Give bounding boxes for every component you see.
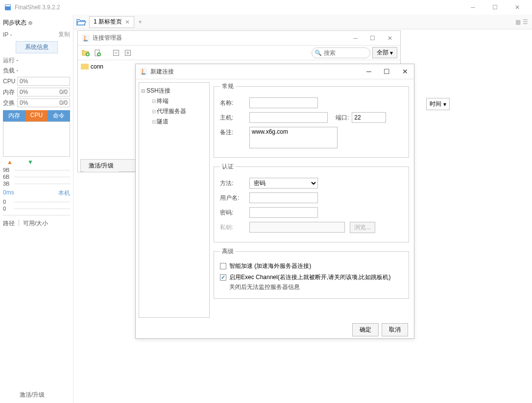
sidebar: 同步状态 IP - 复制 系统信息 运行 - 负载 - CPU 0% 内存 0%… xyxy=(0,15,73,403)
ip-row: IP - 复制 xyxy=(3,29,70,40)
tree-ssh-root[interactable]: ⊟ SSH连接 xyxy=(141,86,207,96)
nc-close-button[interactable]: ✕ xyxy=(402,68,408,75)
close-button[interactable]: ✕ xyxy=(506,0,528,15)
download-arrow-icon: ▼ xyxy=(27,159,33,166)
general-legend: 常规 xyxy=(220,82,236,91)
cm-minimize-button[interactable]: ─ xyxy=(353,35,358,42)
tree-branch-icon: ⊟ xyxy=(152,119,155,124)
new-item-icon[interactable] xyxy=(93,48,102,58)
java-icon xyxy=(82,34,90,42)
svg-rect-1 xyxy=(5,5,10,6)
tab-close-icon[interactable]: ✕ xyxy=(125,19,130,25)
metric-tabs: 内存 CPU 命令 xyxy=(3,110,70,121)
cancel-button[interactable]: 取消 xyxy=(382,323,408,336)
exec-channel-note: 关闭后无法监控服务器信息 xyxy=(220,283,403,291)
run-status: 运行 - xyxy=(3,55,70,66)
exec-channel-checkbox[interactable] xyxy=(220,274,226,281)
status-dot-icon xyxy=(28,21,32,25)
grid-view-icon[interactable]: ▦ xyxy=(515,19,521,25)
cpu-label: CPU xyxy=(3,78,16,85)
java-icon xyxy=(140,68,147,75)
zero-1: 0 xyxy=(3,206,15,212)
tab-add-button[interactable]: + xyxy=(134,19,146,25)
chart-gridline xyxy=(15,170,70,170)
mem-value: 0% xyxy=(20,89,28,95)
mem-right: 0/0 xyxy=(59,89,68,95)
tree-proxy[interactable]: ⊟ 代理服务器 xyxy=(141,106,207,117)
tab-cpu[interactable]: CPU xyxy=(25,110,48,121)
filter-all-button[interactable]: 全部 ▾ xyxy=(372,47,397,58)
key-label: 私钥: xyxy=(220,222,249,232)
search-icon: 🔍 xyxy=(314,49,322,56)
tab-label: 1 新标签页 xyxy=(94,18,122,26)
tree-toggle-icon[interactable]: ⊟ xyxy=(141,88,145,94)
tree-root-label: SSH连接 xyxy=(146,87,170,95)
cm-close-button[interactable]: ✕ xyxy=(387,35,392,42)
folder-icon xyxy=(81,64,89,70)
remark-label: 备注: xyxy=(220,127,249,137)
path-header: 路径 xyxy=(3,219,15,228)
latency-value: 0ms xyxy=(3,189,14,197)
name-input[interactable] xyxy=(249,97,318,108)
chevron-down-icon: ▾ xyxy=(390,49,393,56)
time-dropdown[interactable]: 时间 ▾ xyxy=(426,98,450,110)
system-info-button[interactable]: 系统信息 xyxy=(16,41,58,53)
cm-title: 连接管理器 xyxy=(93,34,353,42)
cm-window-controls: ─ ☐ ✕ xyxy=(353,35,396,42)
nc-minimize-button[interactable]: ─ xyxy=(366,68,371,75)
nc-window-controls: ─ ☐ ✕ xyxy=(366,68,410,75)
tab-new[interactable]: 1 新标签页 ✕ xyxy=(89,16,134,28)
divider xyxy=(3,215,70,215)
tab-bar: 1 新标签页 ✕ + ▦ ☰ xyxy=(73,15,532,29)
tree-branch-icon: ⊟ xyxy=(152,98,155,104)
tree-item-label: conn xyxy=(91,63,103,70)
nc-category-tree: ⊟ SSH连接 ⊟ 终端 ⊟ 代理服务器 ⊟ 隧道 xyxy=(139,82,210,318)
host-input[interactable] xyxy=(249,112,328,123)
ok-button[interactable]: 确定 xyxy=(352,323,379,336)
usable-header: 可用/大小 xyxy=(23,219,48,228)
collapse-icon[interactable] xyxy=(111,48,121,58)
tab-memory[interactable]: 内存 xyxy=(3,110,25,121)
cpu-value: 0% xyxy=(20,78,28,85)
copy-button[interactable]: 复制 xyxy=(58,30,70,39)
window-controls: ─ ☐ ✕ xyxy=(462,0,528,15)
tree-child-label: 代理服务器 xyxy=(157,107,186,116)
nc-maximize-button[interactable]: ☐ xyxy=(384,68,390,75)
app-titlebar: FinalShell 3.9.2.2 ─ ☐ ✕ xyxy=(0,0,532,15)
folder-open-icon[interactable] xyxy=(73,18,89,26)
maximize-button[interactable]: ☐ xyxy=(484,0,506,15)
method-select[interactable]: 密码 xyxy=(249,178,318,189)
port-input[interactable] xyxy=(352,112,386,123)
chevron-down-icon: ▾ xyxy=(443,101,446,108)
new-folder-icon[interactable] xyxy=(81,48,91,58)
nc-title: 新建连接 xyxy=(150,68,366,76)
smart-accel-checkbox[interactable] xyxy=(220,263,226,269)
minimize-button[interactable]: ─ xyxy=(462,0,484,15)
list-view-icon[interactable]: ☰ xyxy=(523,19,528,25)
tree-branch-icon: ⊟ xyxy=(152,109,155,114)
chart-gridline xyxy=(15,202,70,202)
chart-tick-1: 6B xyxy=(3,174,15,180)
user-label: 用户名: xyxy=(220,192,249,202)
remark-input[interactable]: www.x6g.com xyxy=(249,127,338,148)
zero-0: 0 xyxy=(3,199,15,205)
tree-tunnel[interactable]: ⊟ 隧道 xyxy=(141,117,207,127)
app-title: FinalShell 3.9.2.2 xyxy=(15,4,462,11)
pass-input[interactable] xyxy=(249,207,318,218)
activate-link[interactable]: 激活/升级 xyxy=(20,391,45,399)
tree-terminal[interactable]: ⊟ 终端 xyxy=(141,96,207,106)
separator xyxy=(19,219,19,226)
load-status: 负载 - xyxy=(3,66,70,76)
chart-gridline xyxy=(15,177,70,177)
tree-child-label: 隧道 xyxy=(157,118,169,126)
tab-command[interactable]: 命令 xyxy=(48,110,70,121)
expand-icon[interactable] xyxy=(123,48,133,58)
host-label: 本机 xyxy=(58,189,70,197)
auth-fieldset: 认证 方法: 密码 用户名: 密码: 私钥: xyxy=(214,163,409,242)
exec-channel-label: 启用Exec Channel(若连接上就被断开,请关闭该项,比如跳板机) xyxy=(229,273,390,282)
tree-child-label: 终端 xyxy=(157,97,169,105)
activate-button[interactable]: 激活/升级 xyxy=(84,160,119,172)
cm-maximize-button[interactable]: ☐ xyxy=(370,35,375,42)
user-input[interactable] xyxy=(249,192,318,203)
chart-gridline xyxy=(15,209,70,209)
